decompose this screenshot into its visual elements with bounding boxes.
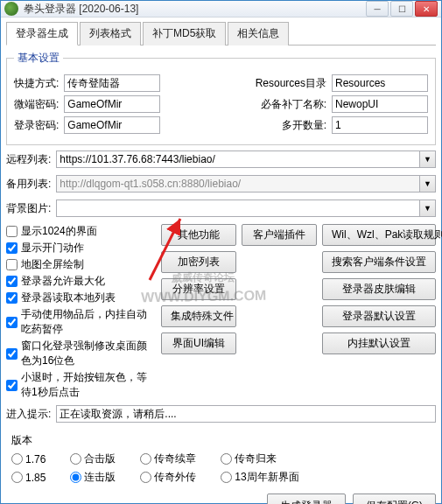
option-check-3[interactable]: 登录器允许最大化 <box>6 274 156 289</box>
tab-info[interactable]: 相关信息 <box>228 22 289 46</box>
enter-hint-input[interactable] <box>56 405 436 423</box>
multi-input[interactable] <box>332 116 428 134</box>
options-checklist: 显示1024的界面显示开门动作地图全屏绘制登录器允许最大化登录器读取本地列表手动… <box>6 224 156 400</box>
bg-image-combo[interactable]: ▼ <box>56 200 436 217</box>
chevron-down-icon[interactable]: ▼ <box>420 150 436 168</box>
version-option[interactable]: 传奇外传 <box>140 470 196 485</box>
checkbox-label: 登录器读取本地列表 <box>21 290 116 305</box>
version-option[interactable]: 连击版 <box>70 470 116 485</box>
version-option[interactable]: 合击版 <box>70 452 116 466</box>
close-button[interactable]: ✕ <box>415 1 438 17</box>
option-check-2[interactable]: 地图全屏绘制 <box>6 257 156 272</box>
checkbox[interactable] <box>6 259 18 270</box>
checkbox-label: 登录器允许最大化 <box>21 274 105 289</box>
loginpwd-label: 登录密码: <box>14 118 59 133</box>
checkbox-label: 窗口化登录强制修改桌面颜色为16位色 <box>21 339 156 368</box>
checkbox[interactable] <box>6 380 18 391</box>
option-check-5[interactable]: 手动使用物品后，内挂自动吃药暂停 <box>6 307 156 337</box>
checkbox[interactable] <box>6 276 18 287</box>
right-button-2[interactable]: 登录器皮肤编辑 <box>322 278 436 300</box>
radio-label: 1.76 <box>25 453 46 466</box>
generate-button[interactable]: 生成登录器 <box>267 494 346 504</box>
option-check-7[interactable]: 小退时，开始按钮灰色，等待1秒后点击 <box>6 370 156 400</box>
tab-md5[interactable]: 补丁MD5获取 <box>143 22 226 46</box>
checkbox-label: 小退时，开始按钮灰色，等待1秒后点击 <box>21 370 156 400</box>
bg-image-label: 背景图片: <box>6 201 51 216</box>
shortcut-label: 快捷方式: <box>14 76 59 91</box>
checkbox-label: 显示1024的界面 <box>21 224 97 239</box>
mid-button-3[interactable]: 集成特殊文件 <box>161 305 236 327</box>
shortcut-input[interactable] <box>64 74 160 92</box>
multi-label: 多开数量: <box>282 118 326 133</box>
patchname-input[interactable] <box>332 95 428 113</box>
radio-label: 1.85 <box>25 472 46 484</box>
resdir-label: Resources目录 <box>256 76 326 91</box>
micro-input[interactable] <box>64 95 160 113</box>
backup-list-label: 备用列表: <box>6 177 51 192</box>
right-button-0[interactable]: Wil、Wzl、Pak读取规则 <box>322 224 436 246</box>
backup-list-input[interactable] <box>56 175 420 192</box>
version-legend: 版本 <box>11 433 436 448</box>
checkbox-label: 显示开门动作 <box>21 241 84 256</box>
radio[interactable] <box>140 453 151 465</box>
option-check-6[interactable]: 窗口化登录强制修改桌面颜色为16位色 <box>6 339 156 368</box>
titlebar: 拳头登录器 [2020-06-13] ─ ☐ ✕ <box>1 1 441 18</box>
enter-hint-label: 进入提示: <box>6 407 51 422</box>
save-config-button[interactable]: 保存配置(G) <box>353 494 436 504</box>
radio-label: 13周年新界面 <box>235 470 298 485</box>
radio[interactable] <box>70 453 81 465</box>
checkbox[interactable] <box>6 348 18 360</box>
micro-label: 微端密码: <box>14 97 59 112</box>
client-plugin-button[interactable]: 客户端插件 <box>242 224 317 246</box>
checkbox-label: 地图全屏绘制 <box>21 257 84 272</box>
version-option[interactable]: 1.76 <box>11 453 46 466</box>
radio-label: 合击版 <box>84 452 116 466</box>
checkbox-label: 手动使用物品后，内挂自动吃药暂停 <box>21 307 156 337</box>
version-option[interactable]: 1.85 <box>11 472 46 484</box>
bg-image-input[interactable] <box>56 200 420 217</box>
other-features-button[interactable]: 其他功能 <box>161 224 236 246</box>
mid-button-4[interactable]: 界面UI编辑 <box>161 332 236 354</box>
right-button-1[interactable]: 搜索客户端条件设置 <box>322 251 436 273</box>
remote-list-label: 远程列表: <box>6 152 51 167</box>
checkbox[interactable] <box>6 226 18 237</box>
tab-generator[interactable]: 登录器生成 <box>6 22 78 46</box>
minimize-button[interactable]: ─ <box>366 1 389 17</box>
option-check-1[interactable]: 显示开门动作 <box>6 241 156 256</box>
loginpwd-input[interactable] <box>64 116 160 134</box>
radio[interactable] <box>221 453 232 465</box>
mid-button-1[interactable]: 加密列表 <box>161 251 236 273</box>
radio[interactable] <box>140 472 151 483</box>
checkbox[interactable] <box>6 292 18 304</box>
radio-label: 传奇续章 <box>154 452 196 466</box>
backup-list-combo[interactable]: ▼ <box>56 175 436 192</box>
remote-list-input[interactable] <box>56 150 420 168</box>
radio[interactable] <box>11 453 23 465</box>
basic-legend: 基本设置 <box>14 51 63 66</box>
tab-bar: 登录器生成 列表格式 补丁MD5获取 相关信息 <box>6 21 436 46</box>
radio[interactable] <box>11 472 23 483</box>
radio-label: 传奇外传 <box>154 470 196 485</box>
version-option[interactable]: 13周年新界面 <box>221 470 298 485</box>
resdir-input[interactable] <box>332 74 428 92</box>
mid-button-2[interactable]: 分辨率设置 <box>161 278 236 300</box>
option-check-4[interactable]: 登录器读取本地列表 <box>6 290 156 305</box>
radio[interactable] <box>221 472 232 483</box>
tab-list-format[interactable]: 列表格式 <box>80 22 141 46</box>
chevron-down-icon[interactable]: ▼ <box>420 175 436 192</box>
radio[interactable] <box>70 472 81 483</box>
app-icon <box>4 2 18 16</box>
remote-list-combo[interactable]: ▼ <box>56 150 436 168</box>
radio-label: 连击版 <box>84 470 116 485</box>
chevron-down-icon[interactable]: ▼ <box>420 200 436 217</box>
right-button-3[interactable]: 登录器默认设置 <box>322 305 436 327</box>
maximize-button[interactable]: ☐ <box>390 1 413 17</box>
checkbox[interactable] <box>6 242 18 254</box>
right-button-4[interactable]: 内挂默认设置 <box>322 332 436 354</box>
option-check-0[interactable]: 显示1024的界面 <box>6 224 156 239</box>
patchname-label: 必备补丁名称: <box>261 97 326 112</box>
version-option[interactable]: 传奇续章 <box>140 452 196 466</box>
checkbox[interactable] <box>6 317 18 328</box>
window-title: 拳头登录器 [2020-06-13] <box>24 2 366 17</box>
version-option[interactable]: 传奇归来 <box>221 452 277 466</box>
